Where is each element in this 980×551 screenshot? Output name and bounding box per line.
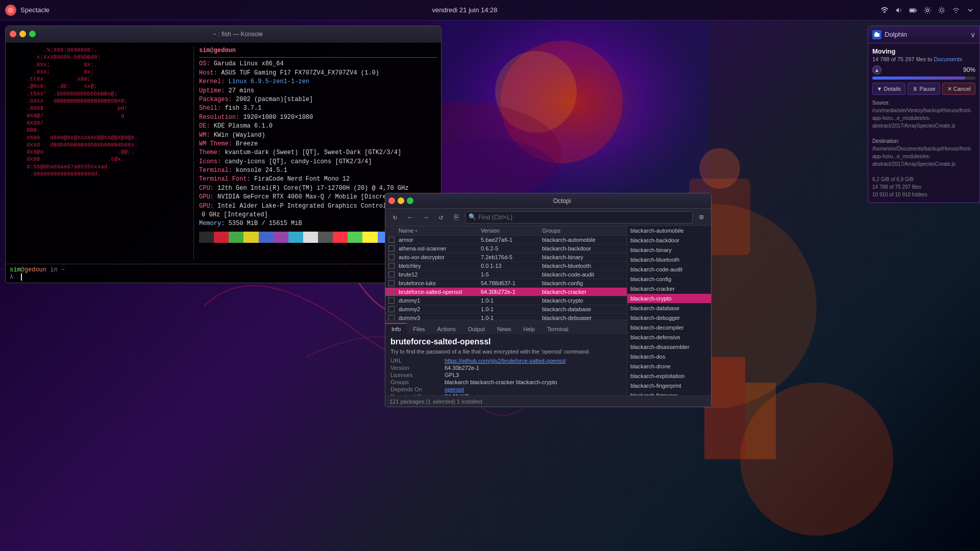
volume-icon[interactable]	[894, 6, 903, 15]
dolphin-transfer-info: 14 788 of 75 297 files to Documents	[872, 56, 975, 62]
dolphin-chevron-icon[interactable]: ∨	[970, 31, 975, 39]
dolphin-transfer-details: Source: /run/media/sim/Ventoy/backup/Hor…	[872, 99, 975, 198]
sidebar-group-blackarch-code-audit[interactable]: blackarch-code-audit	[627, 265, 711, 274]
tab-info[interactable]: Info	[385, 323, 407, 334]
taskbar-center: vendredi 21 juin 14:28	[55, 6, 875, 14]
pkg-checkbox[interactable]	[388, 254, 395, 260]
refresh-btn[interactable]: ↻	[388, 211, 402, 224]
table-row[interactable]: armor 5.bae27a6-1 blackarch-automobile	[385, 236, 627, 244]
tab-actions[interactable]: Actions	[431, 323, 462, 334]
pkg-checkbox[interactable]	[388, 280, 395, 286]
sidebar-group-blackarch-defensive[interactable]: blackarch-defensive	[627, 333, 711, 342]
view-toggle-btn[interactable]: ⊞	[695, 211, 708, 224]
table-row[interactable]: dummy3 1.0-1 blackarch-debugger	[385, 314, 627, 320]
pkg-groups: blackarch-debugger	[542, 315, 624, 320]
octopi-search-box[interactable]: 🔍	[465, 211, 693, 223]
octopi-max-btn[interactable]	[407, 197, 413, 204]
sidebar-group-blackarch-database[interactable]: blackarch-database	[627, 304, 711, 313]
dolphin-destination[interactable]: Documents	[934, 56, 963, 62]
pkg-version: 1.0-1	[481, 297, 542, 304]
pkg-checkbox[interactable]	[388, 289, 395, 295]
sidebar-group-blackarch-debugger[interactable]: blackarch-debugger	[627, 313, 711, 323]
sidebar-group-blackarch-cracker[interactable]: blackarch-cracker	[627, 284, 711, 294]
tab-files[interactable]: Files	[407, 323, 431, 334]
pkg-checkbox[interactable]	[388, 245, 395, 252]
network-icon[interactable]	[880, 6, 889, 15]
detail-version: 64.30b272e-1	[445, 365, 622, 371]
sidebar-group-blackarch-disassembler[interactable]: blackarch-disassembler	[627, 342, 711, 352]
octopi-close-btn[interactable]	[388, 197, 395, 204]
svg-rect-8	[745, 383, 776, 459]
sidebar-group-blackarch-drone[interactable]: blackarch-drone	[627, 362, 711, 371]
pkg-version: 64.30b272e-1	[481, 289, 542, 295]
table-row[interactable]: dummy1 1.0-1 blackarch-crypto	[385, 296, 627, 305]
pkg-name: dummy3	[399, 315, 481, 320]
forward-btn[interactable]: →	[419, 211, 432, 224]
spectacle-icon	[5, 5, 16, 16]
pkg-checkbox[interactable]	[388, 306, 395, 312]
tab-output[interactable]: Output	[462, 323, 491, 334]
pkg-checkbox[interactable]	[388, 315, 395, 320]
octopi-title: Octopi	[416, 197, 708, 205]
sidebar-group-blackarch-crypto[interactable]: blackarch-crypto	[627, 294, 711, 304]
dolphin-stats-folders: 10 910 of 10 910 folders	[872, 191, 975, 198]
terminal-close-btn[interactable]	[10, 31, 16, 37]
url-label: URL	[390, 358, 442, 364]
taskbar-expand-icon[interactable]	[966, 6, 975, 15]
sidebar-group-blackarch-dos[interactable]: blackarch-dos	[627, 352, 711, 362]
dolphin-progress-percent: 90%	[963, 66, 975, 73]
tab-news[interactable]: News	[491, 323, 518, 334]
octopi-window: Octopi ↻ ← → ↺ ⎘ 🔍 ⊞ Name ▾ Version Grou…	[385, 193, 712, 407]
sidebar-group-blackarch-exploitation[interactable]: blackarch-exploitation	[627, 371, 711, 381]
detail-url[interactable]: https://github.com/glv2/bruteforce-salte…	[445, 358, 622, 364]
gear-icon[interactable]	[923, 6, 932, 15]
terminal-min-btn[interactable]	[19, 31, 26, 37]
dolphin-cancel-btn[interactable]: ✕ Cancel	[942, 83, 975, 95]
dolphin-details-btn[interactable]: ▼ Details	[872, 83, 905, 95]
sidebar-group-blackarch-backdoor[interactable]: blackarch-backdoor	[627, 236, 711, 245]
table-row[interactable]: bletchley 0.0.1-13 blackarch-bluetooth	[385, 262, 627, 270]
pkg-checkbox[interactable]	[388, 263, 395, 269]
sidebar-group-blackarch-firmware[interactable]: blackarch-firmware	[627, 391, 711, 395]
terminal-titlebar: ~ : fish — Konsole	[6, 26, 441, 42]
sidebar-group-blackarch-binary[interactable]: blackarch-binary	[627, 245, 711, 255]
search-icon: 🔍	[469, 213, 476, 221]
groups-col-header[interactable]: Groups	[542, 228, 624, 234]
apply-btn[interactable]: ⎘	[450, 211, 463, 224]
pkg-groups: blackarch-cracker	[542, 289, 624, 295]
terminal-max-btn[interactable]	[29, 31, 36, 37]
table-row[interactable]: dummy2 1.0-1 blackarch-database	[385, 305, 627, 314]
svg-point-11	[8, 7, 14, 13]
sidebar-group-blackarch-config[interactable]: blackarch-config	[627, 274, 711, 284]
battery-icon[interactable]	[909, 6, 918, 15]
pkg-checkbox[interactable]	[388, 237, 395, 243]
table-row[interactable]: auto-xor-decryptor 7.2eb176d-5 blackarch…	[385, 253, 627, 262]
tab-help[interactable]: Help	[517, 323, 541, 334]
search-input[interactable]	[478, 214, 689, 221]
wifi-icon[interactable]	[951, 6, 961, 15]
table-row[interactable]: bruteforce-luks 54.788d637-1 blackarch-c…	[385, 279, 627, 288]
detail-depends[interactable]: openssl	[445, 386, 622, 392]
sun-icon[interactable]	[937, 6, 946, 15]
name-col-header[interactable]: Name ▾	[399, 228, 481, 234]
octopi-min-btn[interactable]	[398, 197, 404, 204]
sidebar-group-blackarch-bluetooth[interactable]: blackarch-bluetooth	[627, 255, 711, 265]
octopi-package-table[interactable]: armor 5.bae27a6-1 blackarch-automobile a…	[385, 236, 627, 320]
table-row[interactable]: athena-ssl-scanner 0.6.2-5 blackarch-bac…	[385, 244, 627, 253]
sidebar-group-blackarch-decompiler[interactable]: blackarch-decompiler	[627, 323, 711, 333]
undo-btn[interactable]: ↺	[434, 211, 448, 224]
sidebar-group-blackarch-fingerprint[interactable]: blackarch-fingerprint	[627, 381, 711, 391]
terminal-prompt-area[interactable]: sim@gedoun in ~ λ	[6, 264, 441, 283]
pkg-checkbox[interactable]	[388, 271, 395, 278]
dolphin-operation: Moving	[872, 47, 975, 55]
tab-terminal[interactable]: Terminal	[541, 323, 575, 334]
dolphin-pause-btn[interactable]: ⏸ Pause	[908, 83, 941, 95]
dolphin-details-expand-btn[interactable]: ▲	[872, 65, 881, 74]
table-row[interactable]: bruteforce-salted-openssl 64.30b272e-1 b…	[385, 288, 627, 296]
version-col-header[interactable]: Version	[481, 228, 542, 234]
sidebar-group-blackarch-automobile[interactable]: blackarch-automobile	[627, 226, 711, 236]
color-swatch	[259, 232, 274, 243]
table-row[interactable]: brute12 1-5 blackarch-code-audit	[385, 270, 627, 279]
back-btn[interactable]: ←	[404, 211, 417, 224]
pkg-checkbox[interactable]	[388, 297, 395, 304]
